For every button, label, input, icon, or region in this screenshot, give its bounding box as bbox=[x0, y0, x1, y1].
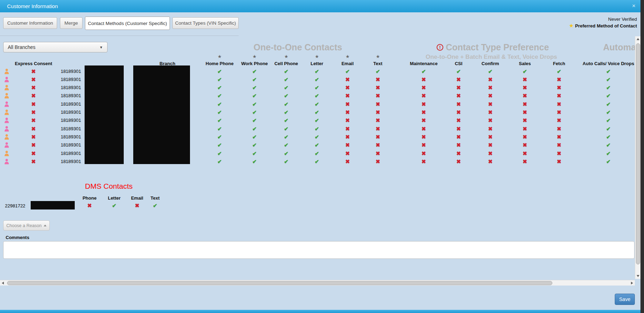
preference-maintenance-check-icon[interactable]: ✔ bbox=[422, 67, 426, 75]
method-work-phone-check-icon[interactable]: ✔ bbox=[252, 157, 257, 165]
preference-sales-check-icon[interactable]: ✔ bbox=[523, 67, 527, 75]
method-email-cross-icon[interactable]: ✖ bbox=[345, 83, 350, 92]
preference-maintenance-cross-icon[interactable]: ✖ bbox=[422, 149, 426, 157]
method-email-cross-icon[interactable]: ✖ bbox=[345, 133, 350, 141]
method-text-cross-icon[interactable]: ✖ bbox=[376, 116, 380, 124]
preference-sales-cross-icon[interactable]: ✖ bbox=[523, 157, 527, 165]
method-cell-phone-check-icon[interactable]: ✔ bbox=[284, 157, 289, 165]
preference-confirm-check-icon[interactable]: ✔ bbox=[488, 67, 493, 75]
method-email-cross-icon[interactable]: ✖ bbox=[345, 157, 350, 165]
express-consent-cross-icon[interactable]: ✖ bbox=[31, 75, 36, 83]
method-email-cross-icon[interactable]: ✖ bbox=[345, 125, 350, 133]
method-work-phone-check-icon[interactable]: ✔ bbox=[252, 125, 257, 133]
method-work-phone-check-icon[interactable]: ✔ bbox=[252, 149, 257, 157]
preference-maintenance-cross-icon[interactable]: ✖ bbox=[422, 83, 426, 92]
preference-confirm-cross-icon[interactable]: ✖ bbox=[488, 125, 493, 133]
preference-fetch-cross-icon[interactable]: ✖ bbox=[557, 75, 562, 83]
method-text-cross-icon[interactable]: ✖ bbox=[376, 125, 380, 133]
express-consent-cross-icon[interactable]: ✖ bbox=[31, 100, 36, 108]
preference-fetch-cross-icon[interactable]: ✖ bbox=[557, 133, 562, 141]
auto-calls-voice-drops-check-icon[interactable]: ✔ bbox=[606, 92, 611, 100]
preference-csi-cross-icon[interactable]: ✖ bbox=[456, 157, 461, 165]
scroll-left-button[interactable] bbox=[0, 280, 6, 286]
preference-sales-cross-icon[interactable]: ✖ bbox=[523, 83, 527, 92]
method-text-cross-icon[interactable]: ✖ bbox=[376, 92, 380, 100]
express-consent-cross-icon[interactable]: ✖ bbox=[31, 116, 36, 124]
method-cell-phone-check-icon[interactable]: ✔ bbox=[284, 108, 289, 116]
preference-maintenance-cross-icon[interactable]: ✖ bbox=[422, 92, 426, 100]
express-consent-cross-icon[interactable]: ✖ bbox=[31, 141, 36, 149]
method-work-phone-check-icon[interactable]: ✔ bbox=[252, 141, 257, 149]
preference-confirm-cross-icon[interactable]: ✖ bbox=[488, 157, 493, 165]
preference-csi-cross-icon[interactable]: ✖ bbox=[456, 83, 461, 92]
method-email-cross-icon[interactable]: ✖ bbox=[345, 75, 350, 83]
auto-calls-voice-drops-check-icon[interactable]: ✔ bbox=[606, 157, 611, 165]
method-home-phone-check-icon[interactable]: ✔ bbox=[217, 125, 222, 133]
preference-sales-cross-icon[interactable]: ✖ bbox=[523, 116, 527, 124]
preference-sales-cross-icon[interactable]: ✖ bbox=[523, 125, 527, 133]
preference-confirm-cross-icon[interactable]: ✖ bbox=[488, 141, 493, 149]
method-home-phone-check-icon[interactable]: ✔ bbox=[217, 100, 222, 108]
horizontal-scrollbar[interactable] bbox=[0, 280, 635, 286]
method-email-cross-icon[interactable]: ✖ bbox=[345, 108, 350, 116]
method-work-phone-check-icon[interactable]: ✔ bbox=[252, 108, 257, 116]
method-letter-check-icon[interactable]: ✔ bbox=[315, 125, 319, 133]
tab-merge[interactable]: Merge bbox=[60, 17, 82, 29]
auto-calls-voice-drops-check-icon[interactable]: ✔ bbox=[606, 116, 611, 124]
method-letter-check-icon[interactable]: ✔ bbox=[315, 116, 319, 124]
auto-calls-voice-drops-check-icon[interactable]: ✔ bbox=[606, 83, 611, 92]
preference-csi-cross-icon[interactable]: ✖ bbox=[456, 133, 461, 141]
auto-calls-voice-drops-check-icon[interactable]: ✔ bbox=[606, 141, 611, 149]
preference-confirm-cross-icon[interactable]: ✖ bbox=[488, 83, 493, 92]
preference-fetch-cross-icon[interactable]: ✖ bbox=[557, 116, 562, 124]
method-cell-phone-check-icon[interactable]: ✔ bbox=[284, 125, 289, 133]
method-letter-check-icon[interactable]: ✔ bbox=[315, 83, 319, 92]
preference-sales-cross-icon[interactable]: ✖ bbox=[523, 149, 527, 157]
preference-maintenance-cross-icon[interactable]: ✖ bbox=[422, 116, 426, 124]
method-cell-phone-check-icon[interactable]: ✔ bbox=[284, 75, 289, 83]
preference-confirm-cross-icon[interactable]: ✖ bbox=[488, 92, 493, 100]
method-letter-check-icon[interactable]: ✔ bbox=[315, 92, 319, 100]
method-text-cross-icon[interactable]: ✖ bbox=[376, 83, 380, 92]
preference-fetch-cross-icon[interactable]: ✖ bbox=[557, 92, 562, 100]
method-letter-check-icon[interactable]: ✔ bbox=[315, 75, 319, 83]
preference-sales-cross-icon[interactable]: ✖ bbox=[523, 141, 527, 149]
preference-sales-cross-icon[interactable]: ✖ bbox=[523, 100, 527, 108]
method-work-phone-check-icon[interactable]: ✔ bbox=[252, 92, 257, 100]
preference-confirm-cross-icon[interactable]: ✖ bbox=[488, 100, 493, 108]
preference-sales-cross-icon[interactable]: ✖ bbox=[523, 108, 527, 116]
tab-contact-types-vin-specific[interactable]: Contact Types (VIN Specific) bbox=[172, 17, 239, 29]
preference-confirm-cross-icon[interactable]: ✖ bbox=[488, 116, 493, 124]
method-cell-phone-check-icon[interactable]: ✔ bbox=[284, 100, 289, 108]
express-consent-cross-icon[interactable]: ✖ bbox=[31, 67, 36, 75]
preference-csi-cross-icon[interactable]: ✖ bbox=[456, 92, 461, 100]
method-email-cross-icon[interactable]: ✖ bbox=[345, 149, 350, 157]
method-email-cross-icon[interactable]: ✖ bbox=[345, 116, 350, 124]
method-home-phone-check-icon[interactable]: ✔ bbox=[217, 116, 222, 124]
method-text-check-icon[interactable]: ✔ bbox=[376, 67, 380, 75]
method-cell-phone-check-icon[interactable]: ✔ bbox=[284, 67, 289, 75]
method-work-phone-check-icon[interactable]: ✔ bbox=[252, 83, 257, 92]
express-consent-cross-icon[interactable]: ✖ bbox=[31, 133, 36, 141]
method-cell-phone-check-icon[interactable]: ✔ bbox=[284, 116, 289, 124]
preference-maintenance-cross-icon[interactable]: ✖ bbox=[422, 157, 426, 165]
preference-confirm-cross-icon[interactable]: ✖ bbox=[488, 133, 493, 141]
auto-calls-voice-drops-check-icon[interactable]: ✔ bbox=[606, 75, 611, 83]
preference-confirm-cross-icon[interactable]: ✖ bbox=[488, 108, 493, 116]
preference-fetch-cross-icon[interactable]: ✖ bbox=[557, 141, 562, 149]
express-consent-cross-icon[interactable]: ✖ bbox=[31, 125, 36, 133]
method-email-cross-icon[interactable]: ✖ bbox=[345, 100, 350, 108]
preference-csi-cross-icon[interactable]: ✖ bbox=[456, 149, 461, 157]
preference-fetch-check-icon[interactable]: ✔ bbox=[557, 67, 562, 75]
method-letter-check-icon[interactable]: ✔ bbox=[315, 157, 319, 165]
method-home-phone-check-icon[interactable]: ✔ bbox=[217, 75, 222, 83]
tab-customer-information[interactable]: Customer Information bbox=[3, 17, 57, 29]
preference-maintenance-cross-icon[interactable]: ✖ bbox=[422, 108, 426, 116]
method-text-cross-icon[interactable]: ✖ bbox=[376, 75, 380, 83]
method-work-phone-check-icon[interactable]: ✔ bbox=[252, 67, 257, 75]
preference-csi-cross-icon[interactable]: ✖ bbox=[456, 75, 461, 83]
method-letter-check-icon[interactable]: ✔ bbox=[315, 133, 319, 141]
scroll-right-button[interactable] bbox=[629, 280, 635, 286]
method-letter-check-icon[interactable]: ✔ bbox=[315, 67, 319, 75]
choose-reason-button[interactable]: Choose a Reason bbox=[3, 220, 50, 231]
